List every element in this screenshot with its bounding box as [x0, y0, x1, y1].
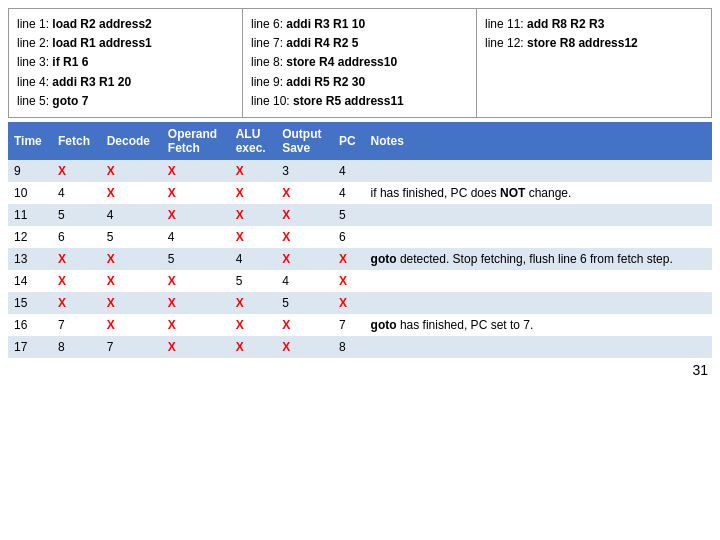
cell-decode: 5	[101, 226, 162, 248]
cell-decode: 4	[101, 204, 162, 226]
cell-operand: X	[162, 270, 230, 292]
cell-operand: X	[162, 182, 230, 204]
cell-note: if has finished, PC does NOT change.	[365, 182, 712, 204]
cell-time: 16	[8, 314, 52, 336]
cell-alu: X	[230, 182, 276, 204]
cell-output: 5	[276, 292, 333, 314]
cell-note	[365, 226, 712, 248]
cell-pc: 8	[333, 336, 365, 358]
code-col-1: line 1: load R2 address2line 2: load R1 …	[9, 9, 243, 117]
cell-alu: X	[230, 160, 276, 182]
cell-fetch: X	[52, 160, 101, 182]
cell-time: 14	[8, 270, 52, 292]
pipeline-table: Time Fetch Decode OperandFetch ALUexec. …	[8, 122, 712, 358]
cell-output: X	[276, 336, 333, 358]
col-output: OutputSave	[276, 122, 333, 160]
cell-pc: X	[333, 270, 365, 292]
col-operand: OperandFetch	[162, 122, 230, 160]
cell-operand: X	[162, 336, 230, 358]
cell-pc: 4	[333, 182, 365, 204]
cell-fetch: 8	[52, 336, 101, 358]
cell-note	[365, 292, 712, 314]
cell-note	[365, 270, 712, 292]
cell-operand: 5	[162, 248, 230, 270]
cell-pc: 7	[333, 314, 365, 336]
table-wrapper: Time Fetch Decode OperandFetch ALUexec. …	[8, 122, 712, 358]
cell-note	[365, 160, 712, 182]
cell-time: 9	[8, 160, 52, 182]
col-decode: Decode	[101, 122, 162, 160]
col-notes: Notes	[365, 122, 712, 160]
cell-decode: X	[101, 248, 162, 270]
table-row: 9XXXX34	[8, 160, 712, 182]
cell-decode: X	[101, 160, 162, 182]
cell-time: 11	[8, 204, 52, 226]
cell-fetch: X	[52, 248, 101, 270]
cell-output: X	[276, 182, 333, 204]
table-row: 12654XX6	[8, 226, 712, 248]
table-row: 13XX54XXgoto detected. Stop fetching, fl…	[8, 248, 712, 270]
cell-note	[365, 336, 712, 358]
col-fetch: Fetch	[52, 122, 101, 160]
cell-decode: 7	[101, 336, 162, 358]
cell-time: 17	[8, 336, 52, 358]
cell-fetch: X	[52, 270, 101, 292]
cell-operand: X	[162, 292, 230, 314]
page-number: 31	[8, 358, 712, 378]
cell-alu: X	[230, 204, 276, 226]
cell-decode: X	[101, 314, 162, 336]
table-row: 1154XXX5	[8, 204, 712, 226]
cell-fetch: 6	[52, 226, 101, 248]
cell-pc: 5	[333, 204, 365, 226]
cell-output: 4	[276, 270, 333, 292]
cell-decode: X	[101, 292, 162, 314]
cell-output: X	[276, 204, 333, 226]
cell-fetch: X	[52, 292, 101, 314]
col-time: Time	[8, 122, 52, 160]
cell-output: X	[276, 248, 333, 270]
cell-alu: X	[230, 336, 276, 358]
cell-time: 12	[8, 226, 52, 248]
cell-decode: X	[101, 182, 162, 204]
cell-time: 13	[8, 248, 52, 270]
col-pc: PC	[333, 122, 365, 160]
cell-pc: X	[333, 248, 365, 270]
code-col-3: line 11: add R8 R2 R3line 12: store R8 a…	[477, 9, 711, 117]
cell-alu: X	[230, 314, 276, 336]
table-header-row: Time Fetch Decode OperandFetch ALUexec. …	[8, 122, 712, 160]
table-row: 14XXX54X	[8, 270, 712, 292]
cell-decode: X	[101, 270, 162, 292]
table-row: 104XXXX4if has finished, PC does NOT cha…	[8, 182, 712, 204]
cell-operand: X	[162, 160, 230, 182]
cell-fetch: 5	[52, 204, 101, 226]
cell-note: goto detected. Stop fetching, flush line…	[365, 248, 712, 270]
cell-time: 10	[8, 182, 52, 204]
cell-fetch: 4	[52, 182, 101, 204]
cell-time: 15	[8, 292, 52, 314]
cell-fetch: 7	[52, 314, 101, 336]
table-row: 167XXXX7goto has finished, PC set to 7.	[8, 314, 712, 336]
cell-output: 3	[276, 160, 333, 182]
cell-operand: X	[162, 204, 230, 226]
cell-alu: X	[230, 226, 276, 248]
code-section: line 1: load R2 address2line 2: load R1 …	[8, 8, 712, 118]
cell-pc: 6	[333, 226, 365, 248]
cell-note: goto has finished, PC set to 7.	[365, 314, 712, 336]
cell-alu: 4	[230, 248, 276, 270]
cell-operand: 4	[162, 226, 230, 248]
code-col-2: line 6: addi R3 R1 10line 7: addi R4 R2 …	[243, 9, 477, 117]
cell-note	[365, 204, 712, 226]
cell-operand: X	[162, 314, 230, 336]
cell-output: X	[276, 314, 333, 336]
cell-alu: X	[230, 292, 276, 314]
cell-pc: 4	[333, 160, 365, 182]
cell-output: X	[276, 226, 333, 248]
cell-pc: X	[333, 292, 365, 314]
table-row: 15XXXX5X	[8, 292, 712, 314]
cell-alu: 5	[230, 270, 276, 292]
table-row: 1787XXX8	[8, 336, 712, 358]
col-alu: ALUexec.	[230, 122, 276, 160]
